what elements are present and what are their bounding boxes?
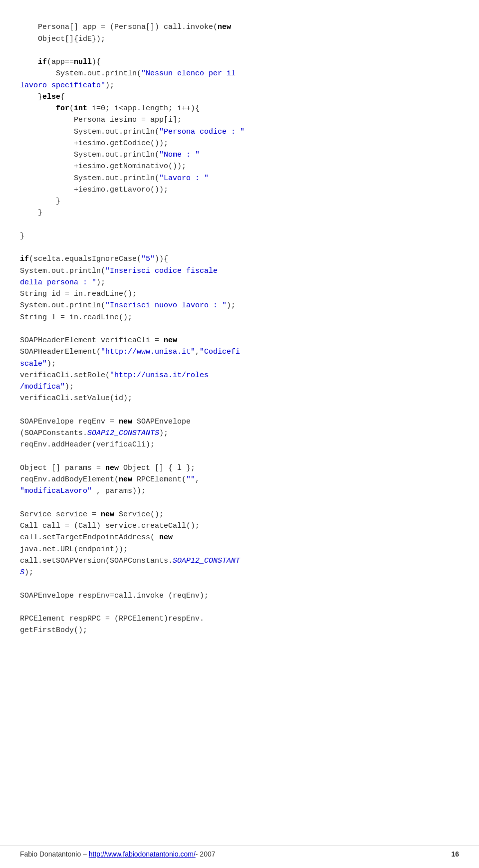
page-container: Persona[] app = (Persona[]) call.invoke(…: [0, 0, 479, 868]
code-line-36: (SOAPConstants.SOAP12_CONSTANTS);: [20, 429, 168, 437]
code-line-10: System.out.println("Persona codice : ": [20, 128, 244, 136]
code-line-14: System.out.println("Lavoro : ": [20, 174, 209, 183]
footer-separator: –: [81, 850, 89, 858]
code-line-50: SOAPEnvelope respEnv=call.invoke (reqEnv…: [20, 592, 209, 600]
code-line-6: lavoro specificato");: [20, 81, 114, 90]
footer-year: - 2007: [196, 850, 216, 858]
footer-page-number: 16: [451, 850, 459, 858]
code-line-53: getFirstBody();: [20, 626, 87, 635]
code-line-41: "modificaLavoro" , params));: [20, 487, 146, 495]
code-line-27: [20, 325, 24, 333]
code-line-22: System.out.println("Inserisci codice fis…: [20, 267, 218, 275]
code-line-33: verificaCli.setValue(id);: [20, 394, 132, 403]
code-line-3: [20, 46, 24, 55]
code-line-38: [20, 452, 24, 461]
code-line-25: System.out.println("Inserisci nuovo lavo…: [20, 301, 236, 310]
code-line-30: scale");: [20, 360, 56, 368]
code-line-5: System.out.println("Nessun elenco per il: [20, 69, 236, 78]
code-line-51: [20, 603, 24, 612]
code-line-9: Persona iesimo = app[i];: [20, 116, 182, 124]
code-line-44: Call call = (Call) service.createCall();: [20, 522, 200, 530]
code-line-34: [20, 406, 24, 415]
footer-author: Fabio Donatantonio: [20, 850, 81, 858]
code-line-19: }: [20, 232, 24, 240]
code-line-45: call.setTargetEndpointAddress( new: [20, 533, 173, 542]
code-line-15: +iesimo.getLavoro());: [20, 186, 168, 194]
code-line-28: SOAPHeaderElement verificaCli = new: [20, 336, 177, 345]
code-line-26: String l = in.readLine();: [20, 313, 132, 322]
code-line-12: System.out.println("Nome : ": [20, 151, 200, 159]
code-line-47: call.setSOAPVersion(SOAPConstants.SOAP12…: [20, 557, 240, 565]
code-line-1: Persona[] app = (Persona[]) call.invoke(…: [20, 23, 231, 31]
code-line-4: if(app==null){: [20, 58, 101, 66]
code-line-11: +iesimo.getCodice());: [20, 139, 168, 148]
code-line-39: Object [] params = new Object [] { l };: [20, 464, 195, 472]
code-line-35: SOAPEnvelope reqEnv = new SOAPEnvelope: [20, 418, 191, 426]
code-line-31: verificaCli.setRole("http://unisa.it/rol…: [20, 371, 209, 380]
code-line-37: reqEnv.addHeader(verificaCli);: [20, 440, 155, 449]
code-line-2: Object[]{idE});: [20, 35, 105, 43]
code-line-24: String id = in.readLine();: [20, 290, 137, 298]
code-line-42: [20, 499, 24, 507]
code-line-52: RPCElement respRPC = (RPCElement)respEnv…: [20, 615, 204, 623]
code-line-13: +iesimo.getNominativo());: [20, 162, 186, 171]
code-line-23: della persona : ");: [20, 278, 105, 287]
code-line-48: S);: [20, 568, 33, 577]
code-line-16: }: [20, 197, 60, 206]
footer: Fabio Donatantonio – http://www.fabiodon…: [0, 846, 479, 858]
code-line-43: Service service = new Service();: [20, 510, 164, 519]
code-line-32: /modifica");: [20, 383, 74, 391]
code-line-40: reqEnv.addBodyElement(new RPCElement("",: [20, 475, 200, 484]
code-line-17: }: [20, 209, 42, 217]
code-line-49: [20, 580, 24, 588]
code-line-46: java.net.URL(endpoint));: [20, 545, 128, 554]
code-block: Persona[] app = (Persona[]) call.invoke(…: [20, 10, 459, 648]
code-line-7: }else{: [20, 93, 65, 101]
code-line-20: [20, 243, 24, 252]
code-line-18: [20, 220, 24, 229]
code-line-21: if(scelta.equalsIgnoreCase("5")){: [20, 255, 168, 263]
footer-link[interactable]: http://www.fabiodonatantonio.com/: [89, 850, 196, 858]
code-line-29: SOAPHeaderElement("http://www.unisa.it",…: [20, 348, 240, 356]
footer-left: Fabio Donatantonio – http://www.fabiodon…: [20, 850, 216, 858]
code-line-8: for(int i=0; i<app.length; i++){: [20, 104, 200, 113]
